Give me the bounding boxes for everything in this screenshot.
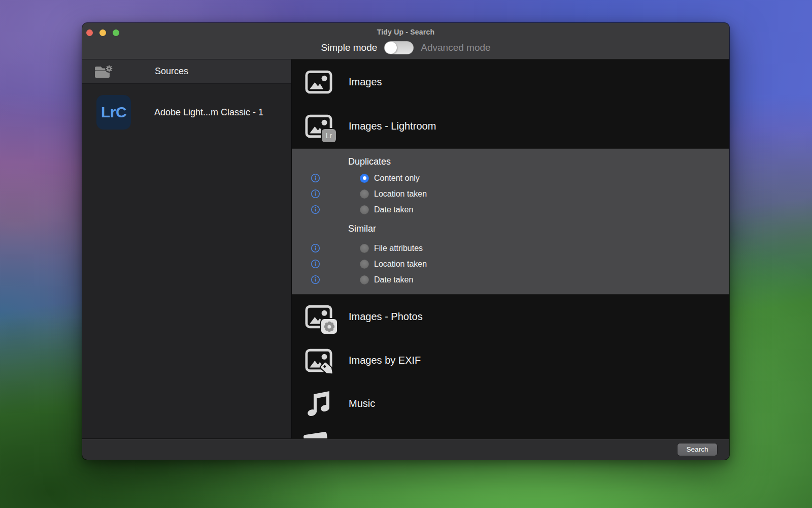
- search-button[interactable]: Search: [678, 443, 717, 456]
- partial-item-icon: [303, 432, 328, 438]
- row-images-photos[interactable]: Images - Photos: [292, 295, 729, 339]
- info-icon[interactable]: [311, 173, 320, 183]
- sources-sidebar: Sources LrC Adobe Light...m Classic - 1: [82, 59, 292, 438]
- desktop-wallpaper: Tidy Up - Search Simple mode Advanced mo…: [0, 0, 812, 508]
- option-label: Location taken: [374, 260, 427, 269]
- option-label: Location taken: [374, 189, 427, 199]
- option-file-attributes: File attributes: [292, 240, 729, 256]
- option-location-taken-sim: Location taken: [292, 256, 729, 272]
- option-date-taken-dup: Date taken: [292, 202, 729, 217]
- similar-header: Similar: [292, 217, 729, 240]
- row-partial-next-item[interactable]: [292, 425, 729, 438]
- lightroom-classic-app-icon: LrC: [96, 95, 131, 130]
- radio-location-taken-dup[interactable]: [360, 189, 369, 199]
- radio-content-only[interactable]: [360, 174, 369, 183]
- row-label: Images - Photos: [349, 311, 423, 323]
- option-date-taken-sim: Date taken: [292, 272, 729, 288]
- option-label: Date taken: [374, 275, 413, 284]
- music-note-icon: [306, 390, 331, 418]
- advanced-mode-label: Advanced mode: [421, 42, 490, 53]
- radio-location-taken-sim[interactable]: [360, 260, 369, 269]
- option-location-taken-dup: Location taken: [292, 186, 729, 202]
- option-label: Content only: [374, 174, 420, 183]
- info-icon[interactable]: [311, 189, 320, 199]
- radio-file-attributes[interactable]: [360, 244, 369, 253]
- images-icon: [305, 70, 332, 94]
- info-icon[interactable]: [311, 205, 320, 214]
- mode-toggle-switch[interactable]: [384, 41, 414, 54]
- folder-gear-icon: [94, 65, 113, 79]
- sources-header: Sources: [82, 59, 291, 84]
- simple-mode-label: Simple mode: [321, 42, 377, 53]
- row-label: Music: [349, 398, 375, 409]
- row-images[interactable]: Images: [292, 59, 729, 104]
- radio-date-taken-sim[interactable]: [360, 275, 369, 284]
- lightroom-options-panel: Duplicates Content only Location: [292, 148, 729, 295]
- option-label: Date taken: [374, 205, 413, 214]
- bottom-bar: Search: [82, 438, 729, 460]
- info-icon[interactable]: [311, 243, 320, 253]
- option-content-only: Content only: [292, 170, 729, 186]
- row-label: Images by EXIF: [349, 355, 421, 366]
- row-label: Images: [349, 76, 382, 88]
- option-label: File attributes: [374, 244, 423, 253]
- row-label: Images - Lightroom: [349, 120, 436, 132]
- info-icon[interactable]: [311, 259, 320, 269]
- radio-date-taken-dup[interactable]: [360, 205, 369, 214]
- mode-toggle-row: Simple mode Advanced mode: [82, 41, 729, 54]
- duplicates-header: Duplicates: [292, 153, 729, 170]
- sources-label: Sources: [155, 66, 188, 77]
- window-body: Sources LrC Adobe Light...m Classic - 1: [82, 59, 729, 438]
- tidy-up-search-window: Tidy Up - Search Simple mode Advanced mo…: [82, 23, 729, 460]
- search-category-list: Images Lr Images - Lightroom: [292, 59, 729, 438]
- row-images-lightroom[interactable]: Lr Images - Lightroom: [292, 104, 729, 148]
- row-images-by-exif[interactable]: Images by EXIF: [292, 339, 729, 382]
- photos-flower-badge: [321, 319, 337, 334]
- row-music[interactable]: Music: [292, 382, 729, 425]
- info-icon[interactable]: [311, 275, 320, 284]
- source-item-lightroom[interactable]: LrC Adobe Light...m Classic - 1: [82, 95, 291, 130]
- toggle-knob: [385, 42, 397, 54]
- lr-badge: Lr: [322, 129, 336, 142]
- source-item-label: Adobe Light...m Classic - 1: [154, 107, 263, 118]
- window-title: Tidy Up - Search: [82, 28, 729, 36]
- titlebar: Tidy Up - Search Simple mode Advanced mo…: [82, 23, 729, 59]
- tag-badge: [319, 360, 338, 379]
